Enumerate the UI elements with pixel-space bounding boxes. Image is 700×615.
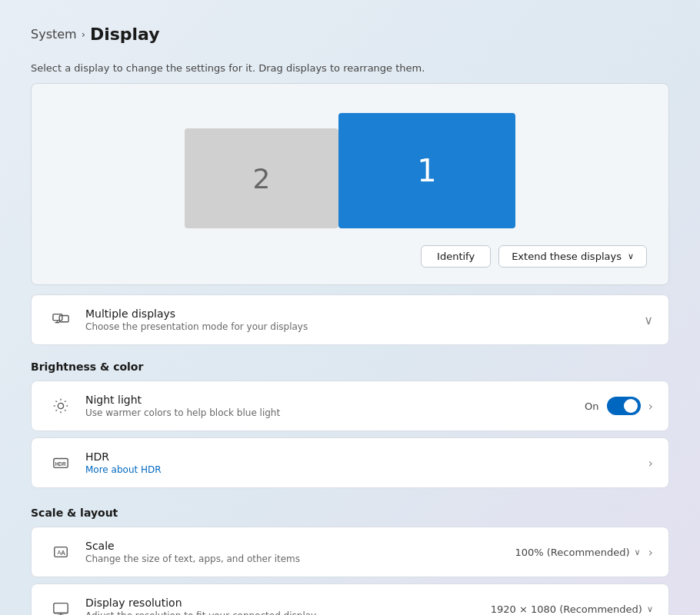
- scale-icon: A A: [47, 538, 75, 566]
- brightness-color-group: Night light Use warmer colors to help bl…: [31, 381, 669, 491]
- display-resolution-dropdown-chevron: ∨: [647, 604, 653, 614]
- hdr-card[interactable]: HDR HDR More about HDR ›: [31, 437, 669, 488]
- multiple-displays-title: Multiple displays: [85, 308, 644, 320]
- hdr-link[interactable]: More about HDR: [85, 464, 162, 475]
- night-light-chevron: ›: [648, 399, 653, 414]
- scale-title: Scale: [85, 540, 515, 552]
- scale-dropdown-chevron: ∨: [635, 547, 641, 557]
- display-resolution-icon: [47, 595, 75, 615]
- svg-line-11: [56, 410, 57, 411]
- extend-displays-button[interactable]: Extend these displays ∨: [498, 245, 647, 268]
- night-light-subtitle: Use warmer colors to help block blue lig…: [85, 407, 585, 418]
- breadcrumb: System › Display: [31, 25, 669, 44]
- scale-card[interactable]: A A Scale Change the size of text, apps,…: [31, 527, 669, 577]
- identify-button[interactable]: Identify: [421, 245, 491, 268]
- monitors-area: 2 1: [53, 105, 647, 228]
- display-resolution-right: 1920 × 1080 (Recommended) ∨: [491, 603, 653, 615]
- multiple-displays-text: Multiple displays Choose the presentatio…: [85, 308, 644, 332]
- svg-line-9: [56, 401, 57, 402]
- monitor-1[interactable]: 1: [338, 113, 515, 228]
- svg-rect-18: [54, 603, 68, 613]
- hdr-icon: HDR: [47, 449, 75, 477]
- night-light-icon: [47, 392, 75, 420]
- night-light-right: On ›: [585, 397, 653, 415]
- scale-layout-section-title: Scale & layout: [31, 507, 669, 519]
- hdr-text: HDR More about HDR: [85, 450, 648, 475]
- night-light-title: Night light: [85, 394, 585, 406]
- extend-displays-label: Extend these displays: [512, 251, 622, 262]
- display-resolution-title: Display resolution: [85, 597, 491, 609]
- night-light-card[interactable]: Night light Use warmer colors to help bl…: [31, 381, 669, 431]
- scale-text: Scale Change the size of text, apps, and…: [85, 540, 515, 564]
- multiple-displays-chevron: ∨: [644, 313, 653, 327]
- display-resolution-text: Display resolution Adjust the resolution…: [85, 597, 491, 615]
- hdr-title: HDR: [85, 450, 648, 463]
- scale-subtitle: Change the size of text, apps, and other…: [85, 554, 515, 564]
- multiple-displays-card[interactable]: Multiple displays Choose the presentatio…: [31, 294, 669, 345]
- scale-dropdown[interactable]: 100% (Recommended) ∨: [515, 547, 640, 558]
- display-resolution-value: 1920 × 1080 (Recommended): [491, 603, 642, 615]
- scale-value: 100% (Recommended): [515, 547, 629, 558]
- night-light-status: On: [585, 401, 598, 412]
- svg-text:A: A: [61, 550, 65, 557]
- breadcrumb-system[interactable]: System: [31, 27, 77, 42]
- brightness-color-section-title: Brightness & color: [31, 361, 669, 373]
- multiple-displays-subtitle: Choose the presentation mode for your di…: [85, 321, 644, 332]
- display-resolution-subtitle: Adjust the resolution to fit your connec…: [85, 610, 491, 615]
- multiple-displays-right: ∨: [644, 313, 653, 327]
- extend-chevron-icon: ∨: [628, 251, 634, 261]
- svg-text:HDR: HDR: [55, 461, 66, 467]
- monitor-2[interactable]: 2: [185, 128, 338, 228]
- instruction-text: Select a display to change the settings …: [31, 62, 669, 74]
- hdr-right: ›: [648, 456, 653, 470]
- breadcrumb-chevron: ›: [82, 28, 85, 40]
- display-actions: Identify Extend these displays ∨: [53, 245, 647, 268]
- display-resolution-card[interactable]: Display resolution Adjust the resolution…: [31, 583, 669, 615]
- night-light-text: Night light Use warmer colors to help bl…: [85, 394, 585, 418]
- svg-line-10: [65, 410, 65, 411]
- scale-layout-group: A A Scale Change the size of text, apps,…: [31, 527, 669, 615]
- scale-chevron: ›: [648, 545, 653, 560]
- settings-page: System › Display Select a display to cha…: [0, 0, 700, 615]
- night-light-toggle[interactable]: [607, 397, 641, 415]
- svg-line-12: [65, 401, 65, 402]
- display-resolution-dropdown[interactable]: 1920 × 1080 (Recommended) ∨: [491, 603, 653, 615]
- svg-point-4: [58, 403, 63, 408]
- scale-right: 100% (Recommended) ∨ ›: [515, 545, 653, 560]
- breadcrumb-current: Display: [90, 25, 160, 44]
- hdr-chevron: ›: [648, 456, 653, 470]
- display-preview-card: 2 1 Identify Extend these displays ∨: [31, 83, 669, 285]
- multiple-displays-icon: [47, 306, 75, 334]
